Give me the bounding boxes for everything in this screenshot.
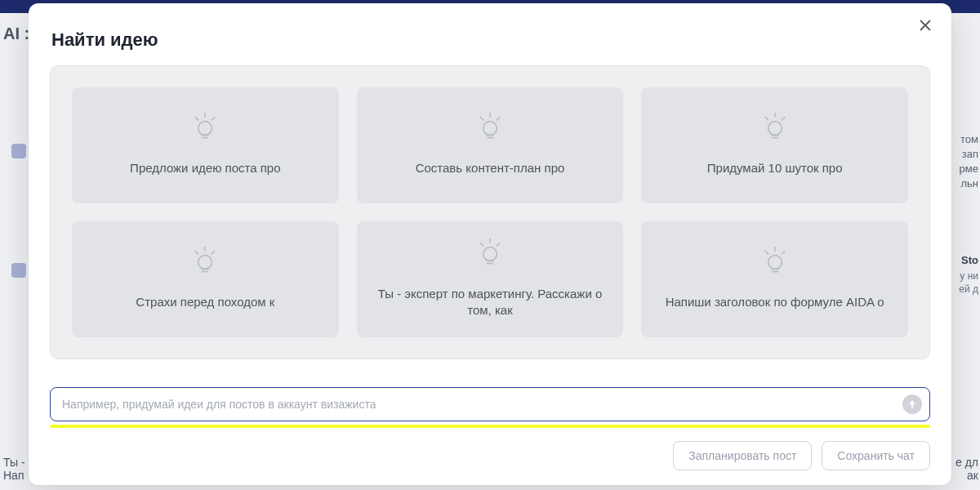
- svg-line-7: [480, 118, 483, 120]
- prompt-card-area: Предложи идею поста про Составь контент-…: [50, 65, 930, 359]
- svg-line-8: [497, 118, 499, 120]
- prompt-card[interactable]: Составь контент-план про: [357, 87, 624, 203]
- close-icon: [919, 19, 932, 32]
- prompt-card-label: Составь контент-план про: [409, 160, 572, 176]
- svg-point-9: [483, 122, 497, 136]
- prompt-card[interactable]: Ты - эксперт по маркетингу. Расскажи о т…: [357, 221, 624, 337]
- svg-line-11: [765, 118, 768, 120]
- svg-point-5: [198, 122, 212, 136]
- lightbulb-icon: [188, 111, 222, 145]
- find-idea-modal: Найти идею Предложи идею поста про: [29, 3, 951, 485]
- prompt-card[interactable]: Страхи перед походом к: [72, 221, 339, 337]
- modal-overlay: Найти идею Предложи идею поста про: [0, 0, 980, 490]
- modal-title: Найти идею: [51, 29, 930, 51]
- lightbulb-icon: [473, 111, 507, 145]
- svg-line-23: [765, 252, 768, 254]
- chat-input-wrap: [50, 387, 930, 421]
- prompt-card[interactable]: Напиши заголовок по формуле AIDA о: [641, 221, 908, 337]
- modal-footer: Запланировать пост Сохранить чат: [50, 441, 930, 470]
- highlight-underline: [50, 425, 930, 428]
- svg-line-3: [196, 118, 198, 120]
- idea-input[interactable]: [50, 387, 930, 421]
- schedule-post-button[interactable]: Запланировать пост: [673, 441, 812, 470]
- arrow-up-icon: [907, 399, 917, 409]
- svg-line-20: [497, 243, 499, 245]
- prompt-card[interactable]: Придумай 10 шуток про: [641, 87, 908, 203]
- prompt-card-label: Страхи перед походом к: [129, 294, 281, 310]
- save-chat-button[interactable]: Сохранить чат: [822, 441, 930, 470]
- send-button[interactable]: [902, 394, 922, 414]
- svg-line-16: [212, 252, 215, 254]
- svg-point-13: [768, 122, 782, 136]
- spacer: [50, 359, 930, 371]
- prompt-card-label: Предложи идею поста про: [123, 160, 287, 176]
- svg-point-17: [198, 256, 212, 270]
- lightbulb-icon: [188, 245, 222, 279]
- lightbulb-icon: [758, 245, 792, 279]
- svg-point-25: [768, 256, 782, 270]
- lightbulb-icon: [473, 237, 507, 271]
- svg-line-24: [782, 252, 784, 254]
- lightbulb-icon: [758, 111, 792, 145]
- svg-line-4: [212, 118, 215, 120]
- svg-line-19: [480, 243, 483, 245]
- prompt-card-label: Придумай 10 шуток про: [701, 160, 849, 176]
- svg-point-21: [483, 247, 497, 261]
- svg-line-12: [782, 118, 784, 120]
- prompt-card-label: Напиши заголовок по формуле AIDA о: [659, 294, 891, 310]
- prompt-grid: Предложи идею поста про Составь контент-…: [72, 87, 908, 337]
- prompt-card[interactable]: Предложи идею поста про: [72, 87, 339, 203]
- prompt-card-label: Ты - эксперт по маркетингу. Расскажи о т…: [368, 286, 612, 319]
- svg-line-15: [196, 252, 198, 254]
- close-button[interactable]: [914, 15, 937, 38]
